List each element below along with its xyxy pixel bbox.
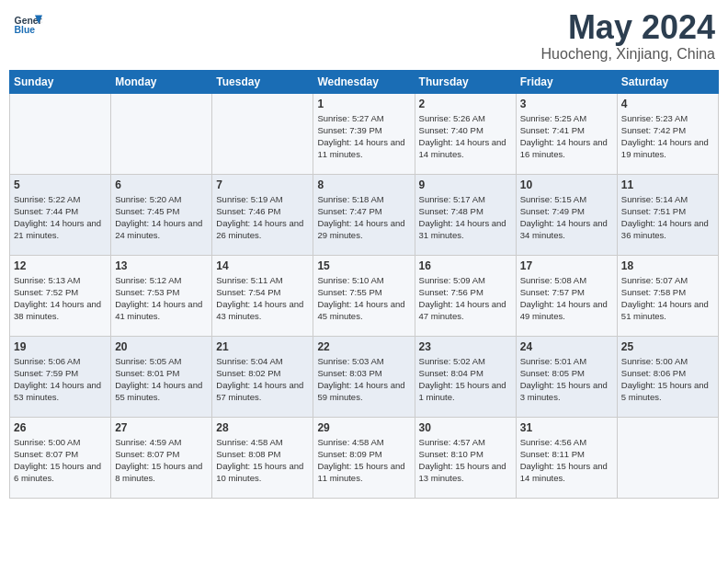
cell-info: Sunrise: 5:20 AM Sunset: 7:45 PM Dayligh… bbox=[115, 193, 208, 242]
day-number: 29 bbox=[317, 421, 410, 434]
calendar-cell: 10Sunrise: 5:15 AM Sunset: 7:49 PM Dayli… bbox=[516, 174, 617, 255]
cell-info: Sunrise: 5:07 AM Sunset: 7:58 PM Dayligh… bbox=[621, 274, 714, 323]
cell-info: Sunrise: 5:11 AM Sunset: 7:54 PM Dayligh… bbox=[216, 274, 309, 323]
weekday-header: Tuesday bbox=[212, 70, 313, 93]
day-number: 16 bbox=[419, 259, 512, 272]
day-number: 26 bbox=[14, 421, 107, 434]
day-number: 9 bbox=[419, 178, 512, 191]
calendar-cell bbox=[111, 93, 212, 174]
cell-info: Sunrise: 5:18 AM Sunset: 7:47 PM Dayligh… bbox=[317, 193, 410, 242]
weekday-header: Saturday bbox=[617, 70, 718, 93]
calendar-cell bbox=[10, 93, 111, 174]
calendar-week-row: 26Sunrise: 5:00 AM Sunset: 8:07 PM Dayli… bbox=[10, 417, 719, 498]
calendar-week-row: 19Sunrise: 5:06 AM Sunset: 7:59 PM Dayli… bbox=[10, 336, 719, 417]
calendar-cell: 25Sunrise: 5:00 AM Sunset: 8:06 PM Dayli… bbox=[617, 336, 718, 417]
day-number: 22 bbox=[317, 340, 410, 353]
day-number: 10 bbox=[520, 178, 613, 191]
cell-info: Sunrise: 5:17 AM Sunset: 7:48 PM Dayligh… bbox=[419, 193, 512, 242]
cell-info: Sunrise: 5:25 AM Sunset: 7:41 PM Dayligh… bbox=[520, 112, 613, 161]
day-number: 14 bbox=[216, 259, 309, 272]
day-number: 27 bbox=[115, 421, 208, 434]
cell-info: Sunrise: 5:00 AM Sunset: 8:06 PM Dayligh… bbox=[621, 355, 714, 404]
calendar-week-row: 12Sunrise: 5:13 AM Sunset: 7:52 PM Dayli… bbox=[10, 255, 719, 336]
cell-info: Sunrise: 5:15 AM Sunset: 7:49 PM Dayligh… bbox=[520, 193, 613, 242]
calendar-cell: 19Sunrise: 5:06 AM Sunset: 7:59 PM Dayli… bbox=[10, 336, 111, 417]
calendar-cell: 21Sunrise: 5:04 AM Sunset: 8:02 PM Dayli… bbox=[212, 336, 313, 417]
cell-info: Sunrise: 4:58 AM Sunset: 8:08 PM Dayligh… bbox=[216, 436, 309, 485]
cell-info: Sunrise: 5:05 AM Sunset: 8:01 PM Dayligh… bbox=[115, 355, 208, 404]
day-number: 21 bbox=[216, 340, 309, 353]
calendar-week-row: 1Sunrise: 5:27 AM Sunset: 7:39 PM Daylig… bbox=[10, 93, 719, 174]
svg-text:Blue: Blue bbox=[15, 25, 36, 35]
weekday-header: Friday bbox=[516, 70, 617, 93]
day-number: 12 bbox=[14, 259, 107, 272]
calendar-cell: 15Sunrise: 5:10 AM Sunset: 7:55 PM Dayli… bbox=[313, 255, 415, 336]
weekday-header-row: SundayMondayTuesdayWednesdayThursdayFrid… bbox=[10, 70, 719, 93]
calendar-cell: 12Sunrise: 5:13 AM Sunset: 7:52 PM Dayli… bbox=[10, 255, 111, 336]
month-title: May 2024 bbox=[541, 9, 715, 46]
calendar-cell: 17Sunrise: 5:08 AM Sunset: 7:57 PM Dayli… bbox=[516, 255, 617, 336]
day-number: 4 bbox=[621, 98, 714, 110]
day-number: 24 bbox=[520, 340, 613, 353]
cell-info: Sunrise: 5:27 AM Sunset: 7:39 PM Dayligh… bbox=[317, 112, 410, 161]
cell-info: Sunrise: 5:00 AM Sunset: 8:07 PM Dayligh… bbox=[14, 436, 107, 485]
calendar-cell: 7Sunrise: 5:19 AM Sunset: 7:46 PM Daylig… bbox=[212, 174, 313, 255]
day-number: 1 bbox=[317, 98, 410, 110]
day-number: 3 bbox=[520, 98, 613, 110]
cell-info: Sunrise: 5:10 AM Sunset: 7:55 PM Dayligh… bbox=[317, 274, 410, 323]
cell-info: Sunrise: 5:23 AM Sunset: 7:42 PM Dayligh… bbox=[621, 112, 714, 161]
calendar-cell: 18Sunrise: 5:07 AM Sunset: 7:58 PM Dayli… bbox=[617, 255, 718, 336]
day-number: 7 bbox=[216, 178, 309, 191]
calendar-cell: 20Sunrise: 5:05 AM Sunset: 8:01 PM Dayli… bbox=[111, 336, 212, 417]
calendar-cell: 6Sunrise: 5:20 AM Sunset: 7:45 PM Daylig… bbox=[111, 174, 212, 255]
calendar-cell: 26Sunrise: 5:00 AM Sunset: 8:07 PM Dayli… bbox=[10, 417, 111, 498]
day-number: 18 bbox=[621, 259, 714, 272]
cell-info: Sunrise: 4:59 AM Sunset: 8:07 PM Dayligh… bbox=[115, 436, 208, 485]
weekday-header: Monday bbox=[111, 70, 212, 93]
calendar-cell: 24Sunrise: 5:01 AM Sunset: 8:05 PM Dayli… bbox=[516, 336, 617, 417]
cell-info: Sunrise: 5:14 AM Sunset: 7:51 PM Dayligh… bbox=[621, 193, 714, 242]
cell-info: Sunrise: 5:26 AM Sunset: 7:40 PM Dayligh… bbox=[419, 112, 512, 161]
day-number: 8 bbox=[317, 178, 410, 191]
cell-info: Sunrise: 5:01 AM Sunset: 8:05 PM Dayligh… bbox=[520, 355, 613, 404]
calendar-cell bbox=[617, 417, 718, 498]
calendar-cell: 2Sunrise: 5:26 AM Sunset: 7:40 PM Daylig… bbox=[415, 93, 516, 174]
calendar-cell: 22Sunrise: 5:03 AM Sunset: 8:03 PM Dayli… bbox=[313, 336, 415, 417]
cell-info: Sunrise: 5:22 AM Sunset: 7:44 PM Dayligh… bbox=[14, 193, 107, 242]
day-number: 5 bbox=[14, 178, 107, 191]
calendar-cell: 16Sunrise: 5:09 AM Sunset: 7:56 PM Dayli… bbox=[415, 255, 516, 336]
cell-info: Sunrise: 4:57 AM Sunset: 8:10 PM Dayligh… bbox=[419, 436, 512, 485]
day-number: 17 bbox=[520, 259, 613, 272]
calendar-cell: 23Sunrise: 5:02 AM Sunset: 8:04 PM Dayli… bbox=[415, 336, 516, 417]
calendar-cell: 30Sunrise: 4:57 AM Sunset: 8:10 PM Dayli… bbox=[415, 417, 516, 498]
weekday-header: Sunday bbox=[10, 70, 111, 93]
calendar-cell: 28Sunrise: 4:58 AM Sunset: 8:08 PM Dayli… bbox=[212, 417, 313, 498]
location: Huocheng, Xinjiang, China bbox=[541, 46, 715, 63]
cell-info: Sunrise: 5:04 AM Sunset: 8:02 PM Dayligh… bbox=[216, 355, 309, 404]
day-number: 30 bbox=[419, 421, 512, 434]
calendar-cell: 29Sunrise: 4:58 AM Sunset: 8:09 PM Dayli… bbox=[313, 417, 415, 498]
calendar-cell: 13Sunrise: 5:12 AM Sunset: 7:53 PM Dayli… bbox=[111, 255, 212, 336]
calendar-cell: 5Sunrise: 5:22 AM Sunset: 7:44 PM Daylig… bbox=[10, 174, 111, 255]
calendar-cell: 11Sunrise: 5:14 AM Sunset: 7:51 PM Dayli… bbox=[617, 174, 718, 255]
cell-info: Sunrise: 5:19 AM Sunset: 7:46 PM Dayligh… bbox=[216, 193, 309, 242]
cell-info: Sunrise: 5:06 AM Sunset: 7:59 PM Dayligh… bbox=[14, 355, 107, 404]
cell-info: Sunrise: 5:03 AM Sunset: 8:03 PM Dayligh… bbox=[317, 355, 410, 404]
weekday-header: Thursday bbox=[415, 70, 516, 93]
cell-info: Sunrise: 5:13 AM Sunset: 7:52 PM Dayligh… bbox=[14, 274, 107, 323]
day-number: 11 bbox=[621, 178, 714, 191]
logo: General Blue bbox=[13, 9, 42, 39]
calendar-table: SundayMondayTuesdayWednesdayThursdayFrid… bbox=[9, 70, 719, 499]
day-number: 2 bbox=[419, 98, 512, 110]
cell-info: Sunrise: 4:56 AM Sunset: 8:11 PM Dayligh… bbox=[520, 436, 613, 485]
day-number: 6 bbox=[115, 178, 208, 191]
day-number: 19 bbox=[14, 340, 107, 353]
calendar-cell: 8Sunrise: 5:18 AM Sunset: 7:47 PM Daylig… bbox=[313, 174, 415, 255]
day-number: 13 bbox=[115, 259, 208, 272]
cell-info: Sunrise: 5:12 AM Sunset: 7:53 PM Dayligh… bbox=[115, 274, 208, 323]
title-block: May 2024 Huocheng, Xinjiang, China bbox=[541, 9, 715, 63]
day-number: 31 bbox=[520, 421, 613, 434]
cell-info: Sunrise: 5:02 AM Sunset: 8:04 PM Dayligh… bbox=[419, 355, 512, 404]
logo-icon: General Blue bbox=[13, 9, 42, 39]
calendar-cell: 3Sunrise: 5:25 AM Sunset: 7:41 PM Daylig… bbox=[516, 93, 617, 174]
